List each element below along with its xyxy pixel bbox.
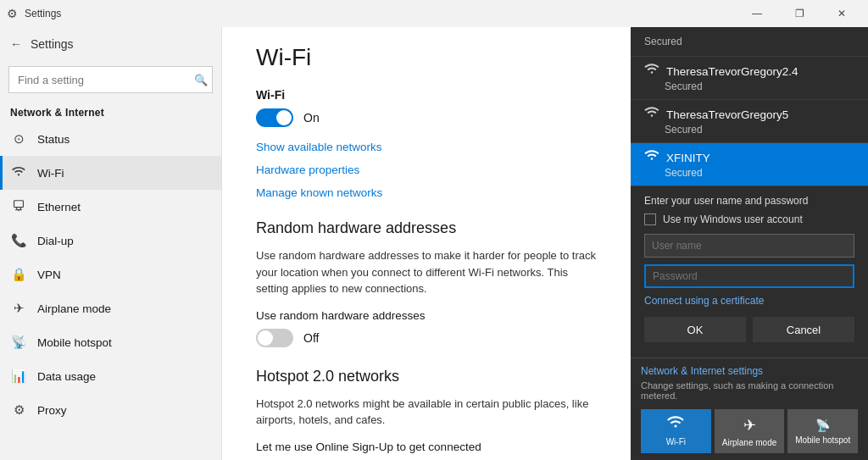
airplane-tile-icon: ✈: [743, 416, 756, 435]
network-item-xfinity[interactable]: XFINITY Secured: [631, 143, 868, 186]
hotspot-section: Hotspot 2.0 networks Hotspot 2.0 network…: [256, 368, 597, 453]
random-hw-toggle-label: Off: [303, 331, 319, 345]
titlebar-controls: — ❐ ✕: [737, 0, 861, 27]
sidebar-item-airplane[interactable]: ✈ Airplane mode: [0, 291, 221, 325]
sidebar-item-label-vpn: VPN: [37, 269, 61, 281]
taskbar-tile-airplane[interactable]: ✈ Airplane mode: [715, 409, 785, 453]
wifi-signal-icon: [644, 150, 659, 165]
xfinity-name: XFINITY: [666, 152, 710, 164]
sidebar-item-vpn[interactable]: 🔒 VPN: [0, 258, 221, 291]
xfinity-action-buttons: OK Cancel: [644, 317, 854, 342]
sidebar-item-label-datausage: Data usage: [37, 370, 96, 383]
search-input[interactable]: [8, 66, 213, 93]
airplane-icon: ✈: [10, 301, 27, 316]
network-item-header: TheresaTrevorGregory2.4: [644, 64, 854, 79]
hotspot-desc: Hotspot 2.0 networks might be available …: [256, 396, 597, 429]
random-hw-toggle[interactable]: [256, 329, 293, 347]
taskbar-tile-wifi[interactable]: Wi-Fi: [641, 409, 711, 453]
hotspot-tile-label: Mobile hotspot: [795, 435, 850, 445]
back-button[interactable]: ← Settings: [0, 27, 221, 61]
hotspot-icon: 📡: [10, 335, 27, 350]
sidebar-item-dialup[interactable]: 📞 Dial-up: [0, 224, 221, 258]
main-content: Wi-Fi Wi-Fi On Show available networks H…: [222, 27, 631, 460]
sidebar-item-datausage[interactable]: 📊 Data usage: [0, 359, 221, 393]
network-item-theresa24[interactable]: TheresaTrevorGregory2.4 Secured: [631, 57, 868, 100]
network-name: TheresaTrevorGregory2.4: [666, 65, 798, 78]
wifi-signal-icon: [644, 107, 659, 122]
status-icon: ⊙: [10, 131, 27, 147]
wifi-section: Wi-Fi On Show available networks Hardwar…: [256, 88, 597, 199]
hotspot-signup: Let me use Online Sign-Up to get connect…: [256, 441, 597, 453]
sidebar: ← Settings 🔍 Network & Internet ⊙ Status…: [0, 27, 222, 460]
wifi-section-header: Wi-Fi: [256, 88, 597, 102]
sidebar-item-proxy[interactable]: ⚙ Proxy: [0, 393, 221, 427]
random-hw-label: Use random hardware addresses: [256, 309, 597, 322]
network-status: Secured: [644, 80, 854, 92]
sidebar-section-label: Network & Internet: [0, 102, 221, 122]
certificate-link[interactable]: Connect using a certificate: [644, 295, 854, 307]
wifi-tile-label: Wi-Fi: [666, 437, 686, 446]
show-networks-link[interactable]: Show available networks: [256, 141, 597, 153]
sidebar-item-label-status: Status: [37, 133, 70, 146]
network-status: Secured: [644, 124, 854, 136]
titlebar-title: Settings: [25, 8, 61, 19]
sidebar-item-label-proxy: Proxy: [37, 404, 67, 417]
titlebar: ⚙ Settings — ❐ ✕: [0, 0, 868, 27]
hotspot-title: Hotspot 2.0 networks: [256, 368, 597, 385]
sidebar-item-label-hotspot: Mobile hotspot: [37, 336, 112, 349]
network-name: TheresaTrevorGregory5: [666, 108, 788, 121]
taskbar-tiles: Wi-Fi ✈ Airplane mode 📡 Mobile hotspot: [641, 409, 858, 453]
ethernet-icon: [10, 200, 27, 214]
cancel-button[interactable]: Cancel: [753, 317, 854, 342]
wifi-tile-icon: [667, 416, 684, 434]
xfinity-prompt: Enter your user name and password: [644, 195, 854, 207]
sidebar-item-ethernet[interactable]: Ethernet: [0, 190, 221, 224]
restore-button[interactable]: ❐: [780, 0, 819, 27]
sidebar-item-status[interactable]: ⊙ Status: [0, 122, 221, 156]
hardware-properties-link[interactable]: Hardware properties: [256, 163, 597, 176]
windows-account-checkbox[interactable]: [644, 213, 656, 225]
flyout-panel: Secured TheresaTrevorGregory2.4 Secured: [631, 27, 868, 460]
sidebar-item-label-ethernet: Ethernet: [37, 201, 81, 213]
settings-icon: ⚙: [7, 7, 18, 20]
back-icon: ←: [10, 37, 22, 51]
random-hw-toggle-row: Off: [256, 329, 597, 347]
search-icon: 🔍: [194, 74, 208, 86]
taskbar-tile-hotspot[interactable]: 📡 Mobile hotspot: [787, 409, 858, 453]
manage-networks-link[interactable]: Manage known networks: [256, 186, 597, 199]
random-hw-title: Random hardware addresses: [256, 219, 597, 237]
hotspot-tile-icon: 📡: [815, 418, 830, 432]
password-input[interactable]: [644, 264, 854, 288]
app-container: ← Settings 🔍 Network & Internet ⊙ Status…: [0, 27, 868, 460]
sidebar-item-label-wifi: Wi-Fi: [37, 167, 64, 180]
sidebar-item-wifi[interactable]: Wi-Fi: [0, 156, 221, 190]
xfinity-status: Secured: [644, 167, 854, 179]
minimize-button[interactable]: —: [737, 0, 776, 27]
titlebar-left: ⚙ Settings: [7, 7, 61, 20]
datausage-icon: 📊: [10, 369, 27, 384]
network-settings-link[interactable]: Network & Internet settings: [641, 365, 858, 377]
close-button[interactable]: ✕: [822, 0, 861, 27]
vpn-icon: 🔒: [10, 267, 27, 282]
checkbox-label: Use my Windows user account: [663, 213, 803, 225]
network-item-theresa5[interactable]: TheresaTrevorGregory5 Secured: [631, 100, 868, 143]
random-hw-thumb: [258, 330, 273, 346]
network-item-secured-header: Secured: [631, 27, 868, 57]
random-hw-section: Random hardware addresses Use random har…: [256, 219, 597, 347]
dialup-icon: 📞: [10, 233, 27, 248]
sidebar-item-label-airplane: Airplane mode: [37, 302, 111, 315]
airplane-tile-label: Airplane mode: [722, 438, 776, 447]
ok-button[interactable]: OK: [644, 317, 746, 342]
wifi-toggle[interactable]: [256, 108, 293, 127]
xfinity-form: Enter your user name and password Use my…: [631, 186, 868, 357]
back-title: Settings: [31, 37, 74, 51]
search-box: 🔍: [8, 66, 213, 93]
sidebar-item-hotspot[interactable]: 📡 Mobile hotspot: [0, 325, 221, 359]
wifi-toggle-row: On: [256, 108, 597, 127]
checkbox-row: Use my Windows user account: [644, 213, 854, 225]
toggle-thumb: [276, 110, 292, 125]
secured-label: Secured: [644, 34, 854, 49]
network-item-header: TheresaTrevorGregory5: [644, 107, 854, 122]
username-input[interactable]: [644, 234, 854, 258]
settings-desc: Change settings, such as making a connec…: [641, 380, 858, 401]
